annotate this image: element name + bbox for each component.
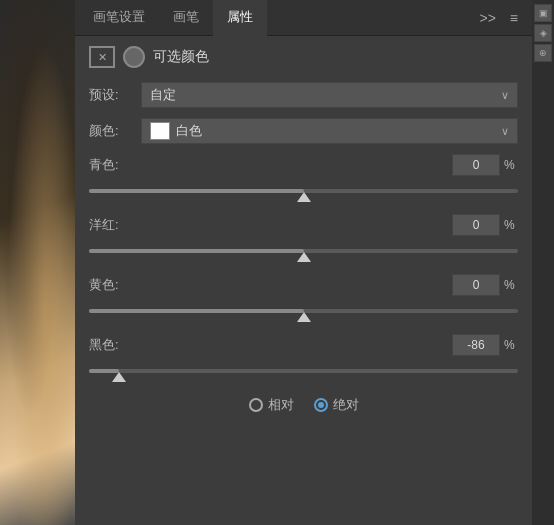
slider-label-1: 洋红: <box>89 216 452 234</box>
slider-track-1 <box>89 249 518 253</box>
slider-header-0: 青色: 0 % <box>89 154 518 176</box>
slider-label-2: 黄色: <box>89 276 452 294</box>
slider-header-3: 黑色: -86 % <box>89 334 518 356</box>
slider-fill-0 <box>89 189 304 193</box>
slider-value-3[interactable]: -86 <box>452 334 500 356</box>
slider-fill-2 <box>89 309 304 313</box>
preset-row: 预设: 自定 ∨ <box>89 82 518 108</box>
slider-thumb-2 <box>297 312 311 322</box>
slider-section-0: 青色: 0 % <box>89 154 518 202</box>
color-swatch <box>150 122 170 140</box>
slider-track-0 <box>89 189 518 193</box>
color-select[interactable]: 白色 ∨ <box>141 118 518 144</box>
color-arrow: ∨ <box>501 125 509 138</box>
right-strip: ▣ ◈ ⊕ <box>532 0 554 525</box>
color-value: 白色 <box>176 122 202 140</box>
background-image <box>0 0 75 525</box>
slider-percent-2: % <box>504 278 518 292</box>
layer-mask-icon[interactable] <box>89 46 115 68</box>
slider-track-2 <box>89 309 518 313</box>
radio-absolute-circle <box>314 398 328 412</box>
tab-brush-settings[interactable]: 画笔设置 <box>79 0 159 36</box>
properties-panel: 画笔设置 画笔 属性 >> ≡ 可选颜色 预设: 自定 ∨ <box>75 0 532 525</box>
slider-header-1: 洋红: 0 % <box>89 214 518 236</box>
preset-value: 自定 <box>150 86 176 104</box>
slider-thumb-1 <box>297 252 311 262</box>
radio-relative-label: 相对 <box>268 396 294 414</box>
strip-btn-1[interactable]: ▣ <box>534 4 552 22</box>
strip-btn-3[interactable]: ⊕ <box>534 44 552 62</box>
tab-properties[interactable]: 属性 <box>213 0 267 36</box>
slider-track-container-0[interactable] <box>89 180 518 202</box>
preset-select[interactable]: 自定 ∨ <box>141 82 518 108</box>
color-row: 颜色: 白色 ∨ <box>89 118 518 144</box>
slider-track-container-1[interactable] <box>89 240 518 262</box>
radio-relative-circle <box>249 398 263 412</box>
slider-thumb-3 <box>112 372 126 382</box>
slider-value-2[interactable]: 0 <box>452 274 500 296</box>
radio-absolute-label: 绝对 <box>333 396 359 414</box>
slider-section-2: 黄色: 0 % <box>89 274 518 322</box>
preset-arrow: ∨ <box>501 89 509 102</box>
tab-brush[interactable]: 画笔 <box>159 0 213 36</box>
strip-btn-2[interactable]: ◈ <box>534 24 552 42</box>
tab-icons: >> ≡ <box>475 8 528 28</box>
slider-section-3: 黑色: -86 % <box>89 334 518 382</box>
slider-track-3 <box>89 369 518 373</box>
header-row: 可选颜色 <box>89 46 518 68</box>
slider-header-2: 黄色: 0 % <box>89 274 518 296</box>
preset-label: 预设: <box>89 86 133 104</box>
radio-row: 相对 绝对 <box>89 396 518 414</box>
tab-bar: 画笔设置 画笔 属性 >> ≡ <box>75 0 532 36</box>
slider-percent-3: % <box>504 338 518 352</box>
panel-content: 可选颜色 预设: 自定 ∨ 颜色: 白色 ∨ 青色: <box>75 36 532 525</box>
slider-percent-0: % <box>504 158 518 172</box>
expand-icon[interactable]: >> <box>475 8 499 28</box>
color-label: 颜色: <box>89 122 133 140</box>
adjustment-icon[interactable] <box>123 46 145 68</box>
radio-relative[interactable]: 相对 <box>249 396 294 414</box>
slider-thumb-0 <box>297 192 311 202</box>
slider-value-0[interactable]: 0 <box>452 154 500 176</box>
slider-section-1: 洋红: 0 % <box>89 214 518 262</box>
slider-track-container-3[interactable] <box>89 360 518 382</box>
slider-track-container-2[interactable] <box>89 300 518 322</box>
slider-label-0: 青色: <box>89 156 452 174</box>
panel-title: 可选颜色 <box>153 48 209 66</box>
slider-label-3: 黑色: <box>89 336 452 354</box>
sliders-container: 青色: 0 % 洋红: 0 % <box>89 154 518 382</box>
slider-value-1[interactable]: 0 <box>452 214 500 236</box>
radio-absolute[interactable]: 绝对 <box>314 396 359 414</box>
menu-icon[interactable]: ≡ <box>506 8 522 28</box>
slider-percent-1: % <box>504 218 518 232</box>
slider-fill-1 <box>89 249 304 253</box>
